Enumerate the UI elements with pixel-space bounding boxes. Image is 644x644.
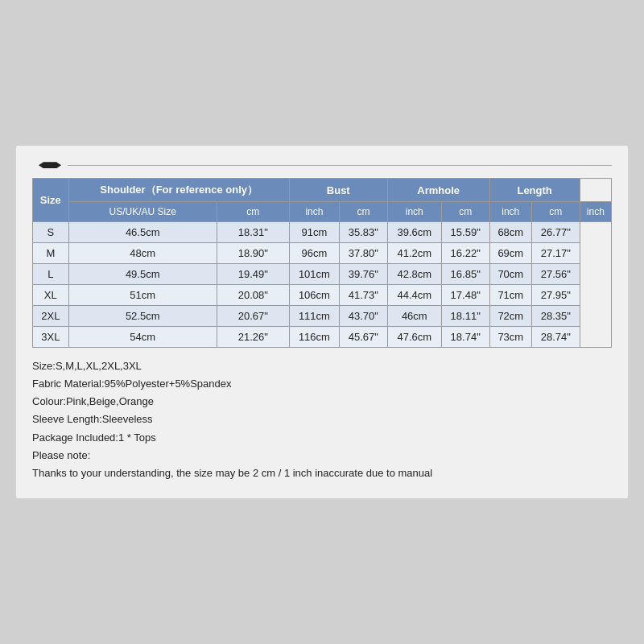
col-length: Length bbox=[489, 179, 580, 202]
table-cell: 49.5cm bbox=[68, 264, 217, 285]
col-sh-in: inch bbox=[289, 202, 339, 222]
col-arm-cm: cm bbox=[441, 202, 489, 222]
col-bust-cm: cm bbox=[340, 202, 388, 222]
size-table: Size Shoulder（For reference only） Bust A… bbox=[32, 178, 612, 348]
table-cell: 35.83" bbox=[340, 222, 388, 243]
note-line: Sleeve Length:Sleeveless bbox=[32, 411, 612, 428]
note-line: Thanks to your understanding, the size m… bbox=[32, 464, 612, 482]
table-cell: 96cm bbox=[289, 243, 339, 264]
table-cell: L bbox=[33, 264, 69, 285]
table-cell: 72cm bbox=[489, 306, 531, 327]
table-cell: 2XL bbox=[33, 306, 69, 327]
col-bust-in: inch bbox=[387, 202, 441, 222]
table-header-row-1: Size Shoulder（For reference only） Bust A… bbox=[33, 179, 612, 202]
table-cell: M bbox=[33, 243, 69, 264]
table-row: M48cm18.90"96cm37.80"41.2cm16.22"69cm27.… bbox=[33, 243, 612, 264]
table-row: L49.5cm19.49"101cm39.76"42.8cm16.85"70cm… bbox=[33, 264, 612, 285]
table-row: XL51cm20.08"106cm41.73"44.4cm17.48"71cm2… bbox=[33, 285, 612, 306]
table-cell: 52.5cm bbox=[68, 306, 217, 327]
col-sh-cm: cm bbox=[217, 202, 289, 222]
table-cell: 48cm bbox=[68, 243, 217, 264]
table-cell: 69cm bbox=[489, 243, 531, 264]
table-cell: 16.85" bbox=[441, 264, 489, 285]
col-bust: Bust bbox=[289, 179, 387, 202]
table-cell: 27.95" bbox=[532, 285, 580, 306]
table-cell: 18.90" bbox=[217, 243, 289, 264]
col-ukau: US/UK/AU Size bbox=[68, 202, 217, 222]
table-cell: 46cm bbox=[387, 306, 441, 327]
table-cell: 15.59" bbox=[441, 222, 489, 243]
table-cell: 21.26" bbox=[217, 327, 289, 348]
table-cell: 106cm bbox=[289, 285, 339, 306]
table-cell: 39.76" bbox=[340, 264, 388, 285]
table-cell: 16.22" bbox=[441, 243, 489, 264]
table-cell: 91cm bbox=[289, 222, 339, 243]
table-cell: 20.08" bbox=[217, 285, 289, 306]
col-len-in: inch bbox=[580, 202, 611, 222]
table-cell: 111cm bbox=[289, 306, 339, 327]
table-cell: 101cm bbox=[289, 264, 339, 285]
table-cell: S bbox=[33, 222, 69, 243]
table-cell: 73cm bbox=[489, 327, 531, 348]
table-cell: 20.67" bbox=[217, 306, 289, 327]
table-row: 2XL52.5cm20.67"111cm43.70"46cm18.11"72cm… bbox=[33, 306, 612, 327]
table-row: 3XL54cm21.26"116cm45.67"47.6cm18.74"73cm… bbox=[33, 327, 612, 348]
note-line: Package Included:1 * Tops bbox=[32, 429, 612, 447]
table-cell: 43.70" bbox=[340, 306, 388, 327]
table-cell: 45.67" bbox=[340, 327, 388, 348]
table-cell: 70cm bbox=[489, 264, 531, 285]
note-line: Colour:Pink,Beige,Orange bbox=[32, 393, 612, 411]
table-cell: 18.11" bbox=[441, 306, 489, 327]
title-label bbox=[39, 162, 61, 168]
table-cell: 41.2cm bbox=[387, 243, 441, 264]
table-cell: 28.74" bbox=[532, 327, 580, 348]
title-line bbox=[68, 165, 612, 166]
table-cell: 51cm bbox=[68, 285, 217, 306]
table-cell: 28.35" bbox=[532, 306, 580, 327]
table-cell: 42.8cm bbox=[387, 264, 441, 285]
col-arm-in: inch bbox=[489, 202, 531, 222]
table-cell: 46.5cm bbox=[68, 222, 217, 243]
title-bar bbox=[32, 162, 612, 168]
notes-section: Size:S,M,L,XL,2XL,3XLFabric Material:95%… bbox=[32, 357, 612, 482]
note-line: Fabric Material:95%Polyester+5%Spandex bbox=[32, 375, 612, 393]
note-line: Please note: bbox=[32, 447, 612, 464]
table-row: S46.5cm18.31"91cm35.83"39.6cm15.59"68cm2… bbox=[33, 222, 612, 243]
table-cell: 26.77" bbox=[532, 222, 580, 243]
note-line: Size:S,M,L,XL,2XL,3XL bbox=[32, 357, 612, 375]
table-cell: 27.56" bbox=[532, 264, 580, 285]
table-cell: 41.73" bbox=[340, 285, 388, 306]
table-cell: 68cm bbox=[489, 222, 531, 243]
table-cell: 116cm bbox=[289, 327, 339, 348]
size-chart-card: Size Shoulder（For reference only） Bust A… bbox=[16, 146, 628, 498]
table-cell: 17.48" bbox=[441, 285, 489, 306]
table-header-row-2: US/UK/AU Size cm inch cm inch cm inch cm… bbox=[33, 202, 612, 222]
table-cell: 18.31" bbox=[217, 222, 289, 243]
col-len-cm: cm bbox=[532, 202, 580, 222]
table-cell: XL bbox=[33, 285, 69, 306]
table-cell: 18.74" bbox=[441, 327, 489, 348]
table-cell: 27.17" bbox=[532, 243, 580, 264]
table-cell: 47.6cm bbox=[387, 327, 441, 348]
table-cell: 71cm bbox=[489, 285, 531, 306]
table-cell: 3XL bbox=[33, 327, 69, 348]
col-shoulder: Shoulder（For reference only） bbox=[68, 179, 289, 202]
table-cell: 44.4cm bbox=[387, 285, 441, 306]
table-body: S46.5cm18.31"91cm35.83"39.6cm15.59"68cm2… bbox=[33, 222, 612, 348]
table-cell: 37.80" bbox=[340, 243, 388, 264]
col-armhole: Armhole bbox=[387, 179, 489, 202]
col-size: Size bbox=[33, 179, 69, 222]
table-cell: 54cm bbox=[68, 327, 217, 348]
table-cell: 19.49" bbox=[217, 264, 289, 285]
table-cell: 39.6cm bbox=[387, 222, 441, 243]
